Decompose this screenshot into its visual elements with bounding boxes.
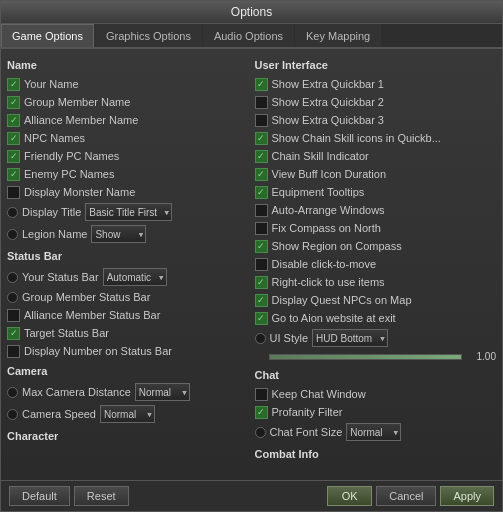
label-target-status-bar: Target Status Bar bbox=[24, 327, 109, 339]
label-alliance-member-name: Alliance Member Name bbox=[24, 114, 138, 126]
option-display-quest-npcs[interactable]: Display Quest NPCs on Map bbox=[255, 292, 497, 308]
option-friendly-pc-names[interactable]: Friendly PC Names bbox=[7, 148, 249, 164]
option-your-name[interactable]: Your Name bbox=[7, 76, 249, 92]
label-group-member-name: Group Member Name bbox=[24, 96, 130, 108]
tab-keymapping[interactable]: Key Mapping bbox=[295, 24, 381, 47]
label-go-to-aion-website: Go to Aion website at exit bbox=[272, 312, 396, 324]
select-your-status-bar[interactable]: Automatic bbox=[103, 268, 167, 286]
checkbox-target-status-bar[interactable] bbox=[7, 327, 20, 340]
select-display-title[interactable]: Basic Title First bbox=[85, 203, 172, 221]
radio-max-camera-distance[interactable] bbox=[7, 387, 18, 398]
label-chain-skill-indicator: Chain Skill Indicator bbox=[272, 150, 369, 162]
checkbox-display-quest-npcs[interactable] bbox=[255, 294, 268, 307]
option-disable-click-to-move[interactable]: Disable click-to-move bbox=[255, 256, 497, 272]
checkbox-fix-compass-on-north[interactable] bbox=[255, 222, 268, 235]
checkbox-enemy-pc-names[interactable] bbox=[7, 168, 20, 181]
ok-button[interactable]: OK bbox=[327, 486, 372, 506]
select-camera-speed[interactable]: Normal bbox=[100, 405, 155, 423]
checkbox-show-extra-quickbar-2[interactable] bbox=[255, 96, 268, 109]
option-show-extra-quickbar-2[interactable]: Show Extra Quickbar 2 bbox=[255, 94, 497, 110]
option-camera-speed: Camera Speed Normal ▼ bbox=[7, 404, 249, 424]
cancel-button[interactable]: Cancel bbox=[376, 486, 436, 506]
option-fix-compass-on-north[interactable]: Fix Compass on North bbox=[255, 220, 497, 236]
checkbox-profanity-filter[interactable] bbox=[255, 406, 268, 419]
tab-game[interactable]: Game Options bbox=[1, 24, 94, 47]
radio-chat-font-size[interactable] bbox=[255, 427, 266, 438]
footer: Default Reset OK Cancel Apply bbox=[1, 480, 502, 511]
select-chat-font-size[interactable]: Normal bbox=[346, 423, 401, 441]
option-display-title: Display Title Basic Title First ▼ bbox=[7, 202, 249, 222]
apply-button[interactable]: Apply bbox=[440, 486, 494, 506]
checkbox-view-buff-icon-duration[interactable] bbox=[255, 168, 268, 181]
checkbox-alliance-member-name[interactable] bbox=[7, 114, 20, 127]
checkbox-friendly-pc-names[interactable] bbox=[7, 150, 20, 163]
option-npc-names[interactable]: NPC Names bbox=[7, 130, 249, 146]
radio-ui-style[interactable] bbox=[255, 333, 266, 344]
label-legion-name: Legion Name bbox=[22, 228, 87, 240]
footer-left-buttons: Default Reset bbox=[9, 486, 129, 506]
default-button[interactable]: Default bbox=[9, 486, 70, 506]
option-chain-skill-indicator[interactable]: Chain Skill Indicator bbox=[255, 148, 497, 164]
option-target-status-bar[interactable]: Target Status Bar bbox=[7, 325, 249, 341]
checkbox-go-to-aion-website[interactable] bbox=[255, 312, 268, 325]
label-max-camera-distance: Max Camera Distance bbox=[22, 386, 131, 398]
option-view-buff-icon-duration[interactable]: View Buff Icon Duration bbox=[255, 166, 497, 182]
checkbox-show-region-on-compass[interactable] bbox=[255, 240, 268, 253]
select-max-camera-distance[interactable]: Normal bbox=[135, 383, 190, 401]
checkbox-equipment-tooltips[interactable] bbox=[255, 186, 268, 199]
option-display-monster-name[interactable]: Display Monster Name bbox=[7, 184, 249, 200]
option-show-extra-quickbar-1[interactable]: Show Extra Quickbar 1 bbox=[255, 76, 497, 92]
option-right-click-to-use[interactable]: Right-click to use items bbox=[255, 274, 497, 290]
checkbox-npc-names[interactable] bbox=[7, 132, 20, 145]
label-enemy-pc-names: Enemy PC Names bbox=[24, 168, 114, 180]
radio-legion-name[interactable] bbox=[7, 229, 18, 240]
option-keep-chat-window[interactable]: Keep Chat Window bbox=[255, 386, 497, 402]
checkbox-chain-skill-indicator[interactable] bbox=[255, 150, 268, 163]
ui-scale-slider-track[interactable] bbox=[269, 354, 463, 360]
select-wrapper-ui-style: HUD Bottom ▼ bbox=[312, 329, 388, 347]
checkbox-display-number-status-bar[interactable] bbox=[7, 345, 20, 358]
option-go-to-aion-website[interactable]: Go to Aion website at exit bbox=[255, 310, 497, 326]
checkbox-show-chain-skill-icons[interactable] bbox=[255, 132, 268, 145]
checkbox-group-member-name[interactable] bbox=[7, 96, 20, 109]
option-legion-name: Legion Name Show ▼ bbox=[7, 224, 249, 244]
option-equipment-tooltips[interactable]: Equipment Tooltips bbox=[255, 184, 497, 200]
radio-group-member-status-bar[interactable] bbox=[7, 292, 18, 303]
option-display-number-status-bar[interactable]: Display Number on Status Bar bbox=[7, 343, 249, 359]
checkbox-alliance-member-status-bar[interactable] bbox=[7, 309, 20, 322]
label-view-buff-icon-duration: View Buff Icon Duration bbox=[272, 168, 387, 180]
checkbox-your-name[interactable] bbox=[7, 78, 20, 91]
option-group-member-status-bar[interactable]: Group Member Status Bar bbox=[7, 289, 249, 305]
option-alliance-member-status-bar[interactable]: Alliance Member Status Bar bbox=[7, 307, 249, 323]
tab-audio[interactable]: Audio Options bbox=[203, 24, 294, 47]
option-show-region-on-compass[interactable]: Show Region on Compass bbox=[255, 238, 497, 254]
tab-graphics[interactable]: Graphics Options bbox=[95, 24, 202, 47]
checkbox-show-extra-quickbar-1[interactable] bbox=[255, 78, 268, 91]
label-your-name: Your Name bbox=[24, 78, 79, 90]
radio-your-status-bar[interactable] bbox=[7, 272, 18, 283]
label-group-member-status-bar: Group Member Status Bar bbox=[22, 291, 150, 303]
radio-camera-speed[interactable] bbox=[7, 409, 18, 420]
option-enemy-pc-names[interactable]: Enemy PC Names bbox=[7, 166, 249, 182]
reset-button[interactable]: Reset bbox=[74, 486, 129, 506]
select-legion-name[interactable]: Show bbox=[91, 225, 146, 243]
checkbox-keep-chat-window[interactable] bbox=[255, 388, 268, 401]
option-profanity-filter[interactable]: Profanity Filter bbox=[255, 404, 497, 420]
label-display-number-status-bar: Display Number on Status Bar bbox=[24, 345, 172, 357]
select-ui-style[interactable]: HUD Bottom bbox=[312, 329, 388, 347]
label-ui-style: UI Style bbox=[270, 332, 309, 344]
checkbox-disable-click-to-move[interactable] bbox=[255, 258, 268, 271]
checkbox-right-click-to-use[interactable] bbox=[255, 276, 268, 289]
option-auto-arrange-windows[interactable]: Auto-Arrange Windows bbox=[255, 202, 497, 218]
option-show-chain-skill-icons[interactable]: Show Chain Skill icons in Quickb... bbox=[255, 130, 497, 146]
checkbox-display-monster-name[interactable] bbox=[7, 186, 20, 199]
options-window: Options Game Options Graphics Options Au… bbox=[0, 0, 503, 512]
checkbox-auto-arrange-windows[interactable] bbox=[255, 204, 268, 217]
label-npc-names: NPC Names bbox=[24, 132, 85, 144]
section-user-interface-title: User Interface bbox=[255, 59, 497, 71]
checkbox-show-extra-quickbar-3[interactable] bbox=[255, 114, 268, 127]
option-group-member-name[interactable]: Group Member Name bbox=[7, 94, 249, 110]
radio-display-title[interactable] bbox=[7, 207, 18, 218]
option-show-extra-quickbar-3[interactable]: Show Extra Quickbar 3 bbox=[255, 112, 497, 128]
option-alliance-member-name[interactable]: Alliance Member Name bbox=[7, 112, 249, 128]
